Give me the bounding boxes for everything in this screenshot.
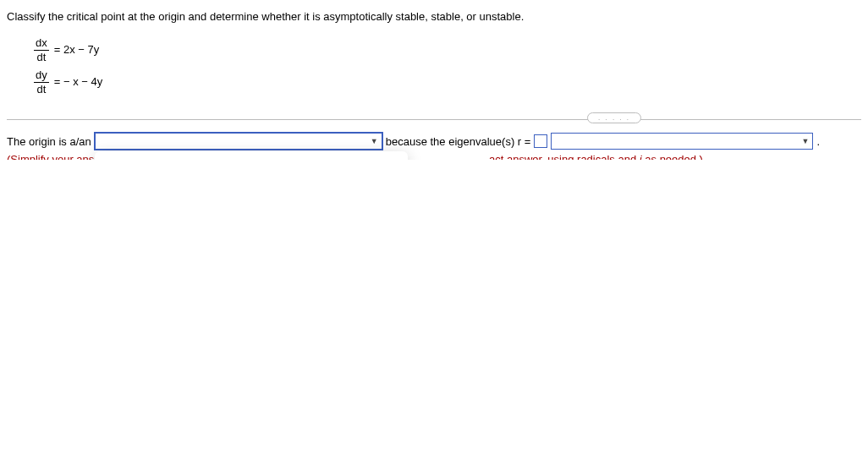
eq2-rhs: = − x − 4y <box>54 75 102 89</box>
hint-text-end: act answer, using radicals and i as need… <box>489 153 703 160</box>
dropdown-arrow-icon: ▼ <box>801 137 809 145</box>
section-divider <box>7 119 861 120</box>
classification-dropdown-menu: asymptotically stable spiral point stabl… <box>95 151 408 160</box>
hint-text-start: (Simplify your ans <box>7 153 94 160</box>
dropdown-arrow-icon: ▼ <box>371 137 378 145</box>
eigenvalue-input[interactable] <box>534 134 547 148</box>
eq2-numerator: dy <box>34 68 49 83</box>
hint-seg-b: as needed.) <box>642 153 703 160</box>
eigenvalue-type-dropdown[interactable]: ▼ <box>551 133 813 150</box>
equation-block: dx dt = 2x − 7y dy dt = − x − 4y <box>7 36 861 114</box>
eq1-numerator: dx <box>34 36 49 51</box>
question-text: Classify the critical point at the origi… <box>7 7 861 36</box>
divider-region: . . . . . <box>7 114 861 124</box>
eq1-rhs: = 2x − 7y <box>54 43 99 57</box>
answer-end-period: . <box>816 135 820 148</box>
equation-2: dy dt = − x − 4y <box>34 68 861 96</box>
eq2-denominator: dt <box>34 83 49 96</box>
equation-1: dx dt = 2x − 7y <box>34 36 861 63</box>
more-options-bubble[interactable]: . . . . . <box>587 112 641 123</box>
eq1-denominator: dt <box>34 51 49 64</box>
classification-dropdown[interactable]: ▼ <box>95 133 382 150</box>
answer-prefix: The origin is a/an <box>7 135 91 148</box>
answer-line: The origin is a/an ▼ asymptotically stab… <box>7 129 861 151</box>
hint-seg-a: act answer, using radicals and <box>489 153 640 160</box>
answer-mid-text: because the eigenvalue(s) r = <box>386 135 531 148</box>
